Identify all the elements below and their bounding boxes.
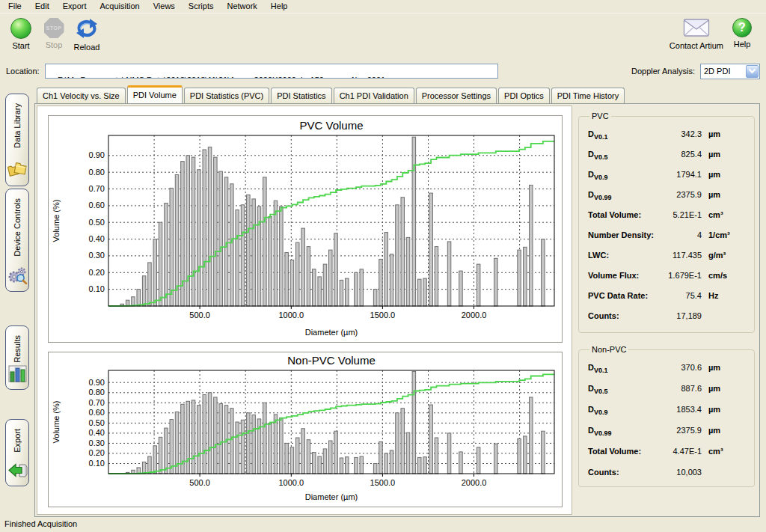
stat-label: Total Volume: xyxy=(588,210,663,219)
stat-unit: µm xyxy=(702,405,720,414)
menu-item-export[interactable]: Export xyxy=(56,0,94,13)
reload-label: Reload xyxy=(74,43,100,52)
svg-text:2000.0: 2000.0 xyxy=(462,311,487,319)
stop-label: Stop xyxy=(46,40,63,49)
svg-text:0.80: 0.80 xyxy=(89,168,105,177)
nonpvc-volume-chart-svg: 0.100.200.300.400.500.600.700.800.90500.… xyxy=(49,352,562,505)
sidebar-item-device-controls[interactable]: Device Controls xyxy=(5,189,29,292)
stat-value: 2375.9 xyxy=(663,190,702,199)
sidebar-item-results[interactable]: Results xyxy=(5,325,29,390)
stat-row: Number Density:41/cm³ xyxy=(588,230,750,251)
stat-value: 5.21E-1 xyxy=(663,210,702,219)
stat-label: DV0.9 xyxy=(588,405,663,416)
tab-processor-settings[interactable]: Processor Settings xyxy=(416,88,497,103)
stat-row: PVC Data Rate:75.4Hz xyxy=(588,291,750,311)
stat-unit: Hz xyxy=(702,291,718,300)
tab-pdi-optics[interactable]: PDI Optics xyxy=(498,88,550,103)
svg-text:500.0: 500.0 xyxy=(189,478,210,487)
svg-text:Diameter (µm): Diameter (µm) xyxy=(305,492,358,501)
svg-text:0.10: 0.10 xyxy=(89,284,105,293)
svg-text:0.40: 0.40 xyxy=(89,428,105,437)
svg-text:0.20: 0.20 xyxy=(89,268,105,277)
stat-unit: cm³ xyxy=(702,210,723,219)
stat-row: DV0.1370.6µm xyxy=(588,363,750,384)
nonpvc-stats-title: Non-PVC xyxy=(589,345,628,354)
stat-row: Counts:10,003 xyxy=(588,468,750,489)
svg-text:0.60: 0.60 xyxy=(89,408,105,417)
stat-label: Total Volume: xyxy=(588,447,663,456)
chevron-down-icon[interactable] xyxy=(746,65,759,78)
menu-item-scripts[interactable]: Scripts xyxy=(182,0,221,13)
stat-unit: g/m³ xyxy=(702,251,726,260)
tab-pdi-time-history[interactable]: PDI Time History xyxy=(551,88,625,103)
stat-unit: µm xyxy=(702,190,720,199)
svg-text:0.90: 0.90 xyxy=(89,378,105,387)
results-chart-icon xyxy=(8,365,27,384)
reload-icon xyxy=(76,18,98,40)
help-button[interactable]: ? Help xyxy=(726,17,759,49)
svg-text:0.70: 0.70 xyxy=(89,184,105,193)
stat-value: 4.47E-1 xyxy=(663,447,702,456)
contact-artium-button[interactable]: Contact Artium xyxy=(667,17,726,51)
stat-label: Counts: xyxy=(588,311,663,320)
stat-value: 1853.4 xyxy=(663,405,702,414)
stat-unit: µm xyxy=(702,129,720,138)
tab-pdi-volume[interactable]: PDI Volume xyxy=(127,85,183,103)
svg-text:0.30: 0.30 xyxy=(89,438,105,447)
stat-unit: cm/s xyxy=(702,271,727,280)
location-input[interactable]: F:\My Documents\AIMS Data\2013\2013\11\2… xyxy=(45,64,498,79)
stat-row: Total Volume:5.21E-1cm³ xyxy=(588,210,750,230)
stat-unit: µm xyxy=(702,384,720,393)
svg-text:0.60: 0.60 xyxy=(89,201,105,210)
contact-artium-label: Contact Artium xyxy=(670,41,723,50)
sidebar-item-label: Export xyxy=(13,429,22,453)
svg-text:500.0: 500.0 xyxy=(189,311,210,319)
svg-text:Diameter (µm): Diameter (µm) xyxy=(305,328,358,337)
reload-button[interactable]: Reload xyxy=(70,17,103,52)
stat-label: Counts: xyxy=(588,468,663,477)
pvc-volume-chart-svg: 0.100.200.300.400.500.600.700.800.90500.… xyxy=(49,116,562,340)
tab-ch1-velocity-vs-size[interactable]: Ch1 Velocity vs. Size xyxy=(37,88,126,103)
menu-item-file[interactable]: File xyxy=(1,0,28,13)
envelope-icon xyxy=(683,18,710,39)
svg-text:0.40: 0.40 xyxy=(89,234,105,243)
doppler-analysis-select[interactable]: 2D PDI xyxy=(700,64,760,79)
stat-row: DV0.5825.4µm xyxy=(588,150,750,170)
tab-pdi-statistics-pvc[interactable]: PDI Statistics (PVC) xyxy=(184,88,269,103)
menu-item-help[interactable]: Help xyxy=(264,0,295,13)
stat-value: 370.6 xyxy=(663,363,702,372)
gears-icon xyxy=(7,266,28,286)
tab-pdi-statistics[interactable]: PDI Statistics xyxy=(271,88,331,103)
start-icon xyxy=(10,18,31,39)
menu-item-views[interactable]: Views xyxy=(147,0,182,13)
menu-item-edit[interactable]: Edit xyxy=(28,0,56,13)
stat-value: 17,189 xyxy=(663,311,702,320)
svg-text:0.50: 0.50 xyxy=(89,218,105,227)
stat-label: DV0.1 xyxy=(588,129,663,141)
stat-label: DV0.1 xyxy=(588,363,663,374)
svg-text:2000.0: 2000.0 xyxy=(462,478,487,487)
svg-text:Volume (%): Volume (%) xyxy=(52,401,61,444)
tab-ch1-pdi-validation[interactable]: Ch1 PDI Validation xyxy=(334,88,414,103)
stat-value: 1794.1 xyxy=(663,170,702,179)
doppler-analysis-label: Doppler Analysis: xyxy=(631,67,695,76)
stop-button[interactable]: STOP Stop xyxy=(37,17,70,50)
stat-row: Total Volume:4.47E-1cm³ xyxy=(588,447,750,468)
sidebar-item-data-library[interactable]: Data Library xyxy=(5,94,29,186)
sidebar-item-export[interactable]: Export xyxy=(5,419,29,486)
stat-label: Volume Flux: xyxy=(588,271,663,280)
menu-item-network[interactable]: Network xyxy=(220,0,263,13)
stat-label: DV0.5 xyxy=(588,384,663,395)
svg-text:0.20: 0.20 xyxy=(89,448,105,457)
stat-label: PVC Data Rate: xyxy=(588,291,663,300)
stat-row: DV0.1342.3µm xyxy=(588,129,750,150)
svg-text:0.10: 0.10 xyxy=(89,459,105,468)
menu-item-acquisition[interactable]: Acquisition xyxy=(94,0,147,13)
stat-row: Counts:17,189 xyxy=(588,311,750,331)
nonpvc-stats-group: Non-PVC DV0.1370.6µmDV0.5887.6µmDV0.9185… xyxy=(578,345,755,487)
start-button[interactable]: Start xyxy=(4,17,37,51)
svg-text:PVC Volume: PVC Volume xyxy=(299,119,363,132)
stat-row: DV0.91853.4µm xyxy=(588,405,750,426)
stat-row: DV0.992375.9µm xyxy=(588,426,750,447)
svg-text:1500.0: 1500.0 xyxy=(370,478,396,487)
